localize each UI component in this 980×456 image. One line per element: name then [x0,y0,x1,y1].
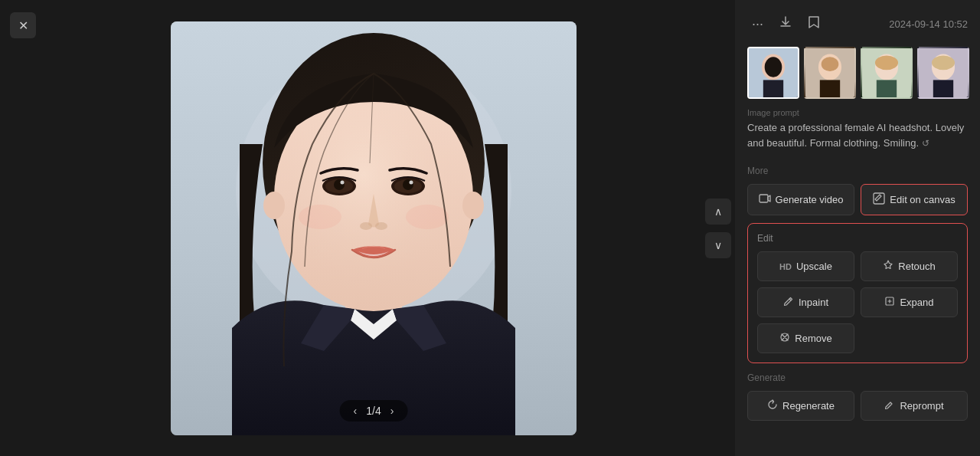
generate-video-label: Generate video [776,194,844,205]
reprompt-label: Reprompt [900,400,943,412]
image-prompt-label: Image prompt [747,108,968,117]
edit-on-canvas-label: Edit on canvas [890,194,955,205]
svg-point-13 [410,180,413,184]
svg-point-17 [406,205,449,229]
image-nav: ‹ 1/4 › [340,400,408,422]
svg-rect-31 [877,80,897,97]
page-indicator: 1/4 [366,405,381,417]
edit-section: Edit HD Upscale Retouch [747,223,968,363]
up-arrow-icon: ∧ [714,205,722,218]
regenerate-icon [767,399,778,412]
svg-point-30 [875,55,898,70]
refresh-prompt-icon[interactable]: ↺ [922,138,929,149]
svg-point-16 [299,205,341,229]
generate-video-icon [759,192,771,207]
main-image-wrapper: ‹ 1/4 › [171,21,577,435]
expand-icon [884,296,895,309]
toolbar: ··· 2024-09-14 10:52 [747,12,968,36]
upscale-button[interactable]: HD Upscale [757,251,854,281]
remove-label: Remove [795,333,831,344]
regenerate-label: Regenerate [782,400,835,412]
generate-section-label: Generate [747,372,968,383]
upscale-icon: HD [779,262,792,271]
prev-nav-button[interactable]: ∧ [705,198,731,225]
svg-point-15 [375,222,387,230]
more-options-button[interactable]: ··· [747,13,768,35]
svg-rect-35 [933,80,953,97]
edit-on-canvas-icon [873,192,885,207]
side-navigation: ∧ ∨ [701,0,735,456]
next-nav-button[interactable]: ∨ [705,232,731,258]
svg-rect-23 [763,80,783,97]
svg-point-9 [341,180,345,184]
svg-rect-36 [760,195,768,202]
remove-button[interactable]: Remove [757,323,854,353]
generate-buttons-row: Regenerate Reprompt [747,391,968,421]
down-arrow-icon: ∨ [714,239,722,251]
image-prompt-text: Create a professional female AI headshot… [747,120,968,150]
retouch-label: Retouch [898,261,935,272]
bookmark-button[interactable] [803,12,825,36]
inpaint-icon [783,296,794,309]
image-prompt-section: Image prompt Create a professional femal… [747,108,968,155]
svg-point-34 [932,55,955,70]
retouch-button[interactable]: Retouch [861,251,958,281]
svg-point-14 [360,222,372,230]
inpaint-button[interactable]: Inpaint [757,287,854,317]
more-buttons-row: Generate video Edit on canvas [747,184,968,215]
remove-icon [779,332,790,345]
reprompt-icon [884,399,895,412]
reprompt-button[interactable]: Reprompt [861,391,968,421]
svg-point-18 [263,192,285,219]
thumbnail-3[interactable] [861,47,913,99]
expand-label: Expand [900,297,933,308]
next-image-button[interactable]: › [389,405,396,417]
close-button[interactable]: ✕ [10,12,36,38]
image-area: ‹ 1/4 › [46,0,701,456]
svg-point-19 [462,192,484,219]
svg-rect-27 [820,80,840,97]
download-icon [779,15,792,33]
thumbnail-4[interactable] [917,47,969,99]
download-button[interactable] [774,12,797,36]
retouch-icon [883,260,893,273]
close-icon: ✕ [18,18,28,33]
svg-point-26 [822,57,839,71]
prev-image-button[interactable]: ‹ [352,405,359,417]
edit-on-canvas-button[interactable]: Edit on canvas [861,184,968,215]
thumbnail-1[interactable] [747,47,799,99]
more-section-label: More [747,166,968,176]
main-image [171,21,577,435]
bookmark-icon [808,15,820,33]
upscale-label: Upscale [796,261,832,272]
expand-button[interactable]: Expand [861,287,958,317]
inpaint-label: Inpaint [799,297,828,308]
edit-section-label: Edit [757,233,958,244]
timestamp: 2024-09-14 10:52 [889,18,968,30]
generate-video-button[interactable]: Generate video [747,184,854,215]
edit-grid: HD Upscale Retouch Inpaint [757,251,958,353]
regenerate-button[interactable]: Regenerate [747,391,854,421]
svg-point-22 [765,57,782,77]
more-icon: ··· [752,16,763,32]
right-panel: ··· 2024-09-14 10:52 [735,0,980,456]
thumbnail-2[interactable] [804,47,856,99]
thumbnail-strip [747,47,968,99]
